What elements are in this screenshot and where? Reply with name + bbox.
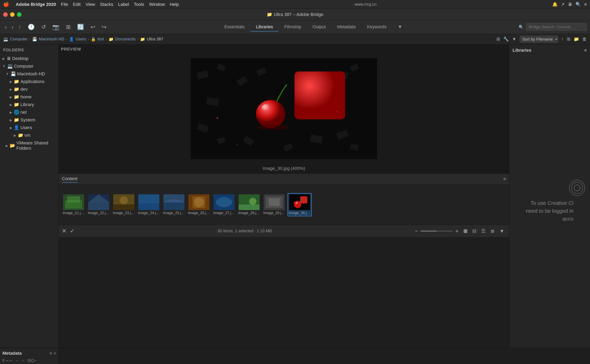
- zoom-slider[interactable]: [421, 231, 453, 232]
- app-name[interactable]: Adobe Bridge 2020: [16, 2, 56, 7]
- tab-metadata[interactable]: Metadata: [331, 23, 361, 32]
- camera-button[interactable]: 📷: [51, 23, 61, 31]
- metadata-menu-icon[interactable]: ✕ ≡: [49, 351, 56, 356]
- search-icon[interactable]: 🔍: [576, 2, 581, 7]
- svg-point-24: [323, 84, 325, 86]
- search-input[interactable]: [526, 23, 587, 31]
- thumb-image-21[interactable]: Image_21.jpg: [62, 194, 85, 216]
- undo2-button[interactable]: ↩: [89, 23, 97, 31]
- tab-keywords[interactable]: Keywords: [361, 23, 392, 32]
- folder-dev[interactable]: ▶ 📁 dev: [0, 85, 59, 93]
- up-button[interactable]: ↑: [17, 23, 23, 31]
- maximize-button[interactable]: [17, 12, 21, 17]
- zoom-out-btn[interactable]: −: [415, 228, 418, 234]
- new-folder-button[interactable]: 📁: [574, 37, 579, 42]
- folder-desktop[interactable]: ▶ 🖥 Desktop: [0, 55, 59, 62]
- thumb-image-28[interactable]: Image_28.jpg: [237, 194, 261, 216]
- menu-extra-icon[interactable]: ≡: [584, 2, 587, 7]
- minimize-button[interactable]: [10, 12, 14, 17]
- folder-net[interactable]: ▶ 🌐 net: [0, 109, 59, 116]
- folder-computer[interactable]: ▼ 💻 Computer: [0, 62, 59, 70]
- fstop-label: f/: [2, 358, 5, 363]
- users-icon: 👤: [14, 125, 19, 130]
- undo-button[interactable]: ↺: [40, 23, 47, 31]
- breadcrumb-computer[interactable]: Computer: [10, 37, 28, 41]
- breadcrumb-test[interactable]: test: [98, 37, 104, 41]
- share-icon[interactable]: ↗: [561, 2, 564, 7]
- back-button[interactable]: ‹: [3, 23, 8, 31]
- thumb-img-23: [113, 194, 134, 210]
- thumb-label-21: Image_21.jpg: [63, 211, 85, 215]
- breadcrumb-users[interactable]: Users: [76, 37, 86, 41]
- cc-text: To use Creative Cl need to be logged in …: [526, 199, 574, 223]
- libraries-content: To use Creative Cl need to be logged in …: [509, 55, 590, 348]
- thumb-image-30[interactable]: Image_30.jpg: [287, 193, 312, 216]
- more-view-btn[interactable]: ▼: [498, 228, 506, 235]
- filter2-icon[interactable]: 🔧: [503, 37, 509, 42]
- close-button[interactable]: [3, 12, 8, 17]
- menu-view[interactable]: View: [86, 2, 95, 7]
- menu-window[interactable]: Window: [149, 2, 165, 7]
- thumb-label-29: Image_29.jpg: [263, 211, 285, 215]
- folder-vmware[interactable]: ▶ 📂 VMware Shared Folders: [0, 139, 59, 152]
- menu-stacks[interactable]: Stacks: [100, 2, 113, 7]
- tab-more[interactable]: ▼: [392, 23, 408, 32]
- copy-button[interactable]: ⊞: [64, 23, 72, 31]
- delete-btn[interactable]: ✕: [62, 228, 66, 234]
- libraries-menu-icon[interactable]: ≡: [584, 48, 587, 53]
- thumb-image-24[interactable]: Image_24.jpg: [137, 194, 160, 216]
- detail-view-btn[interactable]: ≣: [489, 228, 496, 235]
- folder-users[interactable]: ▶ 👤 Users: [0, 124, 59, 131]
- funnel-icon[interactable]: ▼: [512, 37, 517, 42]
- thumb-image-26[interactable]: Image_26.jpg: [187, 194, 211, 216]
- content-menu-icon[interactable]: ≡: [503, 176, 506, 182]
- grid2-view-btn[interactable]: ⊟: [471, 228, 478, 235]
- breadcrumb-hd[interactable]: Macintosh HD: [39, 37, 64, 41]
- thumb-image-29[interactable]: Image_29.jpg: [262, 194, 286, 216]
- confirm-btn[interactable]: ✓: [70, 228, 74, 234]
- menu-tools[interactable]: Tools: [134, 2, 144, 7]
- notification-icon[interactable]: 🔔: [552, 2, 558, 7]
- redo-button[interactable]: ↪: [100, 23, 108, 31]
- folder-tree: ▶ 🖥 Desktop ▼ 💻 Computer ▼ 💾 Macintosh H…: [0, 54, 59, 348]
- menu-label[interactable]: Label: [118, 2, 129, 7]
- display-icon[interactable]: 🖥: [568, 2, 572, 7]
- grid-view-btn[interactable]: ⊞: [462, 228, 469, 235]
- apple-menu[interactable]: 🍎: [3, 2, 9, 7]
- folder-applications[interactable]: ▶ 📁 Applications: [0, 78, 59, 85]
- history-button[interactable]: 🕐: [26, 23, 36, 31]
- url-display: www.rrcg.cn: [354, 2, 377, 7]
- menu-edit[interactable]: Edit: [73, 2, 81, 7]
- tab-essentials[interactable]: Essentials: [219, 23, 250, 32]
- expand-arrow: ▶: [10, 80, 12, 84]
- thumb-image-22[interactable]: Image_22.jpg: [87, 194, 110, 216]
- folder-macintosh-hd[interactable]: ▼ 💾 Macintosh HD: [0, 70, 59, 78]
- view-options-button[interactable]: ⊞: [567, 37, 570, 42]
- tab-filmstrip[interactable]: Filmstrip: [279, 23, 307, 32]
- thumb-image-23[interactable]: Image_23.jpg: [112, 194, 135, 216]
- sort-dir-button[interactable]: ↑: [561, 37, 563, 42]
- list-view-btn[interactable]: ☰: [480, 228, 487, 235]
- menu-help[interactable]: Help: [170, 2, 179, 7]
- folder-home[interactable]: ▶ 📁 home: [0, 93, 59, 101]
- zoom-in-btn[interactable]: +: [455, 228, 458, 234]
- tab-output[interactable]: Output: [307, 23, 331, 32]
- folder-library[interactable]: ▶ 📁 Library: [0, 101, 59, 109]
- folder-vm[interactable]: ▶ 📁 vm: [0, 131, 59, 139]
- expand-arrow: ▶: [10, 103, 12, 107]
- thumb-image-25[interactable]: Image_25.jpg: [162, 194, 186, 216]
- tab-libraries[interactable]: Libraries: [250, 23, 279, 32]
- metadata-panel: Metadata ✕ ≡ f/ -- -- -- -- ISO-- 3840 x…: [0, 348, 59, 364]
- breadcrumb-computer-icon: 💻: [3, 37, 8, 42]
- filter-icon[interactable]: ⊞: [496, 37, 500, 42]
- content-tab[interactable]: Content: [62, 175, 77, 183]
- refresh-button[interactable]: 🔄: [75, 23, 86, 31]
- sort-select[interactable]: Sort by Filename Sort by Date Sort by Si…: [520, 36, 558, 43]
- folder-system[interactable]: ▶ 📁 System: [0, 116, 59, 124]
- menu-file[interactable]: File: [61, 2, 68, 7]
- thumb-image-27[interactable]: Image_27.jpg: [212, 194, 236, 216]
- breadcrumb-documents[interactable]: Documents: [115, 37, 136, 41]
- thumb-img-27: [213, 194, 235, 210]
- delete-button[interactable]: 🗑: [582, 37, 587, 42]
- forward-button[interactable]: ›: [10, 23, 15, 31]
